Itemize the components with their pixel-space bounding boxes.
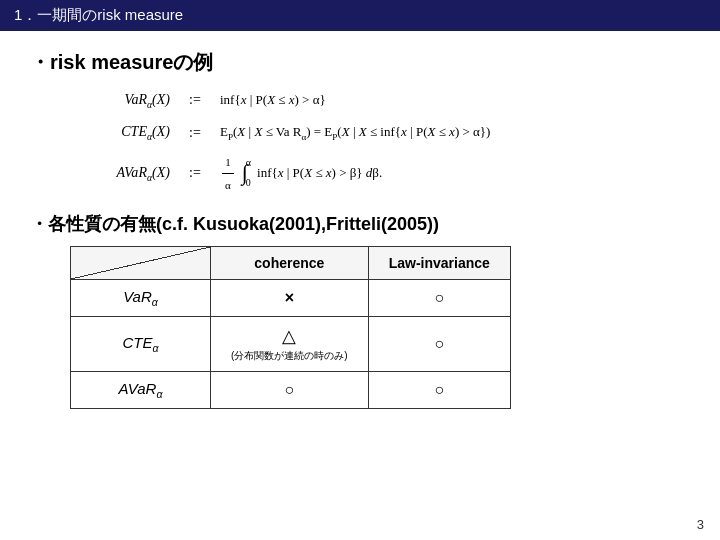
avar-coherence: ○ [211,371,369,408]
triangle-icon: △ [231,325,348,347]
cte-rhs: EP(X | X ≤ Va Rα) = EP(X | X ≤ inf{x | P… [220,119,490,146]
var-lhs: VaRα(X) [60,86,170,114]
avar-assign: := [180,159,210,187]
var-coherence: × [211,279,369,316]
cte-law: ○ [368,316,510,371]
avar-rhs-text: inf{x | P(X ≤ x) > β} dβ. [257,160,382,186]
var-assign: := [180,86,210,114]
mark-x-icon: × [285,289,294,306]
mark-circle-icon: ○ [434,381,444,398]
cte-assign: := [180,119,210,147]
section-risk-measure: ・risk measureの例 VaRα(X) := inf{x | P(X ≤… [30,49,690,196]
table-row: VaRα × ○ [71,279,511,316]
row-label-var: VaRα [71,279,211,316]
fraction-1-alpha: 1 α [222,151,234,196]
triangle-cell: △ (分布関数が連続の時のみ) [231,325,348,363]
var-law: ○ [368,279,510,316]
mark-circle-icon: ○ [285,381,295,398]
section2-title: ・各性質の有無(c.f. Kusuoka(2001),Fritteli(2005… [30,212,690,236]
formula-var-row: VaRα(X) := inf{x | P(X ≤ x) > α} [60,86,690,114]
formula-cte-row: CTEα(X) := EP(X | X ≤ Va Rα) = EP(X | X … [60,118,690,146]
mark-circle-icon: ○ [434,335,444,352]
cte-lhs: CTEα(X) [60,118,170,146]
var-rhs: inf{x | P(X ≤ x) > α} [220,87,326,113]
avar-rhs: 1 α ∫ α 0 inf{x | P(X ≤ x) > β} dβ. [220,151,382,196]
cte-coherence: △ (分布関数が連続の時のみ) [211,316,369,371]
slide-content: ・risk measureの例 VaRα(X) := inf{x | P(X ≤… [0,31,720,419]
slide-header: 1．一期間のrisk measure [0,0,720,31]
triangle-note: (分布関数が連続の時のみ) [231,350,348,361]
table-row: CTEα △ (分布関数が連続の時のみ) ○ [71,316,511,371]
formula-block: VaRα(X) := inf{x | P(X ≤ x) > α} CTEα(X)… [60,86,690,196]
row-label-avar: AVaRα [71,371,211,408]
avar-law: ○ [368,371,510,408]
col-coherence: coherence [211,246,369,279]
table-row: AVaRα ○ ○ [71,371,511,408]
section-table: ・各性質の有無(c.f. Kusuoka(2001),Fritteli(2005… [30,212,690,409]
integral-expr: ∫ α 0 [240,153,253,193]
col-law-invariance: Law-invariance [368,246,510,279]
row-label-cte: CTEα [71,316,211,371]
section1-title: ・risk measureの例 [30,49,690,76]
page-number: 3 [697,517,704,532]
avar-lhs: AVaRα(X) [60,159,170,187]
mark-circle-icon: ○ [434,289,444,306]
corner-header [71,246,211,279]
table-header-row: coherence Law-invariance [71,246,511,279]
properties-table: coherence Law-invariance VaRα × ○ [70,246,511,409]
formula-avar-row: AVaRα(X) := 1 α ∫ α 0 [60,151,690,196]
